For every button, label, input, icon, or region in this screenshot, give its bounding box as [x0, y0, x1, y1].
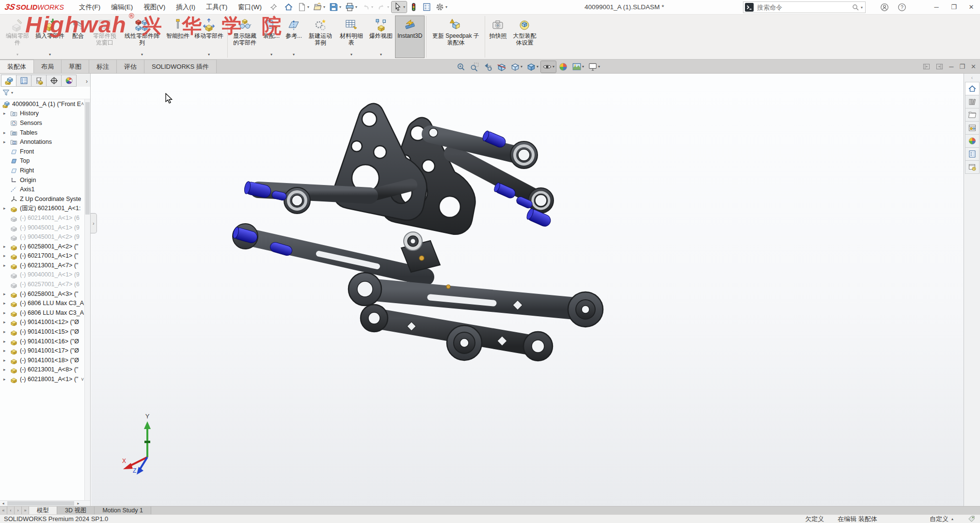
close-button[interactable]: ✕ — [963, 0, 980, 15]
tree-item[interactable]: Top — [0, 156, 84, 166]
dropdown-caret-icon[interactable]: ▾ — [49, 52, 51, 57]
expand-arrow-icon[interactable]: ▸ — [3, 339, 8, 344]
select-cursor-button[interactable]: ▾ — [392, 1, 407, 13]
pane-left-icon[interactable] — [923, 63, 930, 70]
pane-right-icon[interactable] — [936, 63, 943, 70]
tree-item[interactable]: ▸(-) 6806 LLU Max C3_A — [0, 298, 84, 308]
home-button[interactable] — [283, 1, 295, 13]
help-icon[interactable]: ? — [898, 3, 906, 12]
tree-item[interactable]: ▸(-) 60217001_A<1> (" — [0, 251, 84, 261]
expand-arrow-icon[interactable]: ▸ — [3, 367, 8, 372]
tree-item[interactable]: ▸(-) 60258001_A<3> (" — [0, 289, 84, 299]
new-document-button[interactable]: ▾ — [296, 1, 311, 13]
tree-item[interactable]: ▸Tables — [0, 128, 84, 138]
tree-item[interactable]: ▸History — [0, 109, 84, 119]
tree-item[interactable]: (-) 90045001_A<1> (9 — [0, 223, 84, 232]
tree-item[interactable]: (-) 90045001_A<2> (9 — [0, 232, 84, 242]
tree-item[interactable]: ▸(-) 60218001_A<1> ("˅ — [0, 374, 84, 384]
taskpane-collapse-icon[interactable]: ‹ — [971, 75, 973, 82]
tree-item[interactable]: Origin — [0, 175, 84, 185]
view-settings-button[interactable]: ▾ — [586, 61, 601, 73]
dropdown-caret-icon[interactable]: ▾ — [339, 5, 341, 9]
dropdown-caret-icon[interactable]: ▾ — [553, 64, 554, 69]
open-button[interactable]: ▾ — [312, 1, 327, 13]
expand-arrow-icon[interactable]: ▸ — [3, 244, 8, 249]
tab-4[interactable]: 评估 — [117, 60, 144, 73]
motion-study-button[interactable]: 新建运动算例 — [305, 16, 335, 58]
panel-collapse-handle[interactable]: › — [91, 213, 97, 233]
next-tab-icon[interactable]: › — [15, 507, 22, 514]
taskpane-appearances-button[interactable] — [965, 134, 980, 148]
taskpane-file-explorer-button[interactable] — [965, 108, 980, 122]
tree-item[interactable]: (-) 60257001_A<7> (6 — [0, 279, 84, 289]
section-view-button[interactable] — [495, 61, 508, 73]
display-style-button[interactable]: ▾ — [525, 61, 540, 73]
expand-arrow-icon[interactable]: ▸ — [3, 139, 8, 144]
edit-appearance-button[interactable] — [557, 61, 569, 73]
assembly-3d-model[interactable] — [91, 74, 964, 506]
dropdown-caret-icon[interactable]: ▾ — [307, 5, 309, 9]
tree-root-item[interactable]: 40099001_A (1) ("Front E˄ — [0, 99, 84, 109]
bom-button[interactable]: 材料明细表▾ — [336, 16, 366, 58]
status-custom[interactable]: 自定义 — [930, 515, 948, 523]
account-icon[interactable] — [880, 3, 889, 12]
zoom-area-button[interactable] — [468, 61, 481, 73]
previous-view-button[interactable] — [482, 61, 494, 73]
expand-arrow-icon[interactable]: ▸ — [3, 329, 8, 334]
expand-arrow-icon[interactable]: ▸ — [3, 206, 8, 211]
tree-item[interactable]: Right — [0, 166, 84, 175]
expand-arrow-icon[interactable]: ▸ — [3, 111, 8, 116]
tree-item[interactable]: Axis1 — [0, 185, 84, 194]
menu-tools[interactable]: 工具(T) — [201, 0, 233, 14]
tab-2[interactable]: 草图 — [62, 60, 89, 73]
tree-item[interactable]: ▸(-) 60213001_A<7> (" — [0, 261, 84, 270]
tree-item[interactable]: ▸(-) 60258001_A<2> (" — [0, 242, 84, 251]
expand-arrow-icon[interactable]: ▸ — [3, 358, 8, 363]
options-gear-button[interactable]: ▾ — [434, 1, 449, 13]
tree-horizontal-scrollbar[interactable]: ◂ ▸ — [0, 500, 90, 506]
dimxpertmanager-tab[interactable] — [46, 75, 62, 87]
graphics-viewport[interactable]: Y X Z — [91, 74, 964, 506]
taskpane-view-palette-button[interactable] — [965, 121, 980, 135]
tree-item[interactable]: Front — [0, 147, 84, 156]
doc-close-button[interactable]: ✕ — [971, 60, 976, 74]
configurationmanager-tab[interactable] — [31, 75, 47, 87]
tab-3[interactable]: 标注 — [89, 60, 117, 73]
expand-arrow-icon[interactable]: ▸ — [3, 320, 8, 324]
scrollbar-thumb[interactable] — [85, 102, 90, 215]
tab-5[interactable]: SOLIDWORKS 插件 — [144, 60, 217, 73]
tree-item[interactable]: Z Up Coordinate Syste — [0, 194, 84, 204]
scrollbar-thumb[interactable] — [7, 501, 74, 506]
taskpane-custom-properties-button[interactable] — [965, 147, 980, 161]
mate-button[interactable]: 配合 — [67, 16, 89, 58]
dropdown-caret-icon[interactable]: ▾ — [380, 52, 382, 57]
zoom-fit-button[interactable] — [455, 61, 467, 73]
tree-vertical-scrollbar[interactable] — [84, 99, 90, 500]
filter-caret-icon[interactable]: ▾ — [11, 91, 13, 95]
large-assembly-button[interactable]: 大型装配体设置 — [509, 16, 539, 58]
menu-edit[interactable]: 编辑(E) — [106, 0, 138, 14]
tree-item[interactable]: ▸(-) 90141001<17> ("Ø — [0, 346, 84, 355]
featuremanager-tab[interactable] — [1, 75, 16, 87]
displaymanager-tab[interactable] — [61, 75, 77, 87]
insert-component-button[interactable]: 插入零部件▾ — [33, 16, 66, 58]
dropdown-caret-icon[interactable]: ▾ — [403, 5, 405, 9]
tab-0[interactable]: 装配体 — [0, 60, 34, 73]
speedpak-button[interactable]: !更新 Speedpak 子装配体 — [428, 16, 483, 58]
minimize-button[interactable]: ─ — [928, 0, 945, 15]
instant3d-button[interactable]: Instant3D — [395, 16, 424, 58]
dropdown-caret-icon[interactable]: ▾ — [521, 64, 522, 69]
smart-fastener-button[interactable]: 智能扣件 — [164, 16, 191, 58]
expand-arrow-icon[interactable]: ▸ — [3, 292, 8, 296]
rebuild-button[interactable] — [408, 1, 420, 13]
expand-arrow-icon[interactable]: ▸ — [3, 310, 8, 315]
taskpane-design-library-button[interactable] — [965, 95, 980, 108]
propertymanager-tab[interactable] — [16, 75, 32, 87]
expand-arrow-icon[interactable]: ▸ — [3, 301, 8, 306]
reference-geometry-button[interactable]: 参考...▾ — [283, 16, 304, 58]
taskpane-home-button[interactable] — [965, 82, 980, 95]
dropdown-caret-icon[interactable]: ▾ — [445, 5, 447, 9]
dropdown-caret-icon[interactable]: ▾ — [355, 5, 357, 9]
tree-item[interactable]: ▸AAnnotations — [0, 137, 84, 147]
expand-arrow-icon[interactable]: ▸ — [3, 130, 8, 135]
